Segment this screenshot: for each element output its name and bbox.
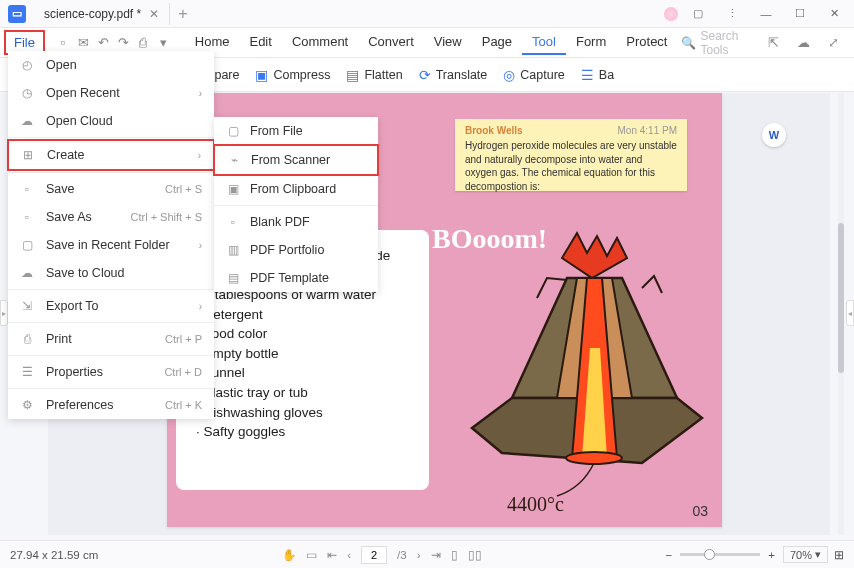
capture-button[interactable]: ◎Capture <box>503 67 564 83</box>
file-menu-open[interactable]: ◴Open <box>8 51 214 79</box>
chevron-right-icon: › <box>199 88 202 99</box>
zoom-thumb[interactable] <box>704 549 715 560</box>
chevron-right-icon: › <box>199 301 202 312</box>
menu-item-icon: ⊞ <box>21 148 35 162</box>
chevron-right-icon: › <box>199 240 202 251</box>
avatar-icon[interactable] <box>664 7 678 21</box>
page-number: 03 <box>692 503 708 519</box>
zoom-in-icon[interactable]: + <box>768 549 775 561</box>
create-pdf-portfolio[interactable]: ▥PDF Portfolio <box>214 236 378 264</box>
menu-edit[interactable]: Edit <box>239 30 281 55</box>
kebab-icon[interactable]: ⋮ <box>718 3 746 25</box>
create-pdf-template[interactable]: ▤PDF Template <box>214 264 378 292</box>
file-menu-open-recent[interactable]: ◷Open Recent› <box>8 79 214 107</box>
sticky-note[interactable]: Brook Wells Mon 4:11 PM Hydrogen peroxid… <box>455 119 687 191</box>
close-tab-icon[interactable]: ✕ <box>149 7 159 21</box>
file-menu-create[interactable]: ⊞Create› <box>7 139 215 171</box>
temperature-label: 4400°c <box>507 493 564 516</box>
file-menu-open-cloud[interactable]: ☁Open Cloud <box>8 107 214 135</box>
search-tools-input[interactable]: 🔍 Search Tools <box>681 29 754 57</box>
flatten-button[interactable]: ▤Flatten <box>346 67 402 83</box>
new-tab-button[interactable]: + <box>170 5 195 23</box>
page-input[interactable] <box>361 546 387 564</box>
menu-view[interactable]: View <box>424 30 472 55</box>
compress-button[interactable]: ▣Compress <box>255 67 330 83</box>
right-panel-handle[interactable]: ◂ <box>846 300 854 326</box>
file-dropdown: ◴Open◷Open Recent›☁Open Cloud⊞Create›▫Sa… <box>8 51 214 419</box>
menu-protect[interactable]: Protect <box>616 30 677 55</box>
next-page-icon[interactable]: › <box>417 549 421 561</box>
note-timestamp: Mon 4:11 PM <box>618 125 677 136</box>
list-item: · Funnel <box>196 363 409 383</box>
document-tab[interactable]: science-copy.pdf * ✕ <box>34 3 170 25</box>
submenu-item-icon: ▥ <box>226 243 240 257</box>
translate-button[interactable]: ⟳Translate <box>419 67 488 83</box>
share-icon[interactable]: ⇱ <box>762 32 784 54</box>
menu-item-icon: ⚙ <box>20 398 34 412</box>
menu-tool[interactable]: Tool <box>522 30 566 55</box>
file-menu-save-as[interactable]: ▫Save AsCtrl + Shift + S <box>8 203 214 231</box>
menu-page[interactable]: Page <box>472 30 522 55</box>
menu-item-icon: ▫ <box>20 182 34 196</box>
search-icon: 🔍 <box>681 36 696 50</box>
word-badge-icon[interactable]: W <box>762 123 786 147</box>
page-total: /3 <box>397 549 407 561</box>
zoom-dropdown[interactable]: 70%▾ <box>783 546 828 563</box>
prev-page-icon[interactable]: ‹ <box>347 549 351 561</box>
svg-point-0 <box>566 452 622 464</box>
minimize-button[interactable]: — <box>752 3 780 25</box>
menu-comment[interactable]: Comment <box>282 30 358 55</box>
menu-convert[interactable]: Convert <box>358 30 424 55</box>
settings-icon[interactable]: ▢ <box>684 3 712 25</box>
list-item: · Detergent <box>196 305 409 325</box>
last-page-icon[interactable]: ⇥ <box>431 548 441 562</box>
expand-icon[interactable]: ⤢ <box>822 32 844 54</box>
translate-icon: ⟳ <box>419 67 431 83</box>
menu-item-icon: ◷ <box>20 86 34 100</box>
batch-button[interactable]: ☰Ba <box>581 67 614 83</box>
create-from-scanner[interactable]: ⌁From Scanner <box>213 144 379 176</box>
compress-icon: ▣ <box>255 67 268 83</box>
submenu-item-icon: ▣ <box>226 182 240 196</box>
zoom-out-icon[interactable]: − <box>666 549 673 561</box>
continuous-page-icon[interactable]: ▯▯ <box>468 548 482 562</box>
list-item: · Safty goggles <box>196 422 409 442</box>
note-author: Brook Wells <box>465 125 523 136</box>
zoom-slider[interactable] <box>680 553 760 556</box>
file-menu-preferences[interactable]: ⚙PreferencesCtrl + K <box>8 391 214 419</box>
file-menu-save-to-cloud[interactable]: ☁Save to Cloud <box>8 259 214 287</box>
menu-item-icon: ☁ <box>20 114 34 128</box>
vertical-scrollbar[interactable] <box>838 93 844 535</box>
close-button[interactable]: ✕ <box>820 3 848 25</box>
create-from-file[interactable]: ▢From File <box>214 117 378 145</box>
file-menu-export-to[interactable]: ⇲Export To› <box>8 292 214 320</box>
menu-item-icon: ▢ <box>20 238 34 252</box>
menu-item-icon: ☁ <box>20 266 34 280</box>
cloud-icon[interactable]: ☁ <box>792 32 814 54</box>
page-dimensions: 27.94 x 21.59 cm <box>10 549 98 561</box>
submenu-item-icon: ⌁ <box>227 153 241 167</box>
volcano-illustration <box>442 228 717 518</box>
file-menu-properties[interactable]: ☰PropertiesCtrl + D <box>8 358 214 386</box>
menu-item-icon: ☰ <box>20 365 34 379</box>
submenu-item-icon: ▫ <box>226 215 240 229</box>
file-menu-save[interactable]: ▫SaveCtrl + S <box>8 175 214 203</box>
file-menu-print[interactable]: ⎙PrintCtrl + P <box>8 325 214 353</box>
first-page-icon[interactable]: ⇤ <box>327 548 337 562</box>
maximize-button[interactable]: ☐ <box>786 3 814 25</box>
menu-item-icon: ⇲ <box>20 299 34 313</box>
single-page-icon[interactable]: ▯ <box>451 548 458 562</box>
menu-item-icon: ▫ <box>20 210 34 224</box>
submenu-item-icon: ▤ <box>226 271 240 285</box>
menu-item-icon: ⎙ <box>20 332 34 346</box>
scrollbar-thumb[interactable] <box>838 223 844 373</box>
file-menu-save-in-recent-folder[interactable]: ▢Save in Recent Folder› <box>8 231 214 259</box>
left-panel-handle[interactable]: ▸ <box>0 300 8 326</box>
list-item: · Plastic tray or tub <box>196 383 409 403</box>
fit-page-icon[interactable]: ⊞ <box>834 548 844 562</box>
create-from-clipboard[interactable]: ▣From Clipboard <box>214 175 378 203</box>
create-blank-pdf[interactable]: ▫Blank PDF <box>214 208 378 236</box>
hand-tool-icon[interactable]: ✋ <box>282 548 296 562</box>
menu-form[interactable]: Form <box>566 30 616 55</box>
select-tool-icon[interactable]: ▭ <box>306 548 317 562</box>
